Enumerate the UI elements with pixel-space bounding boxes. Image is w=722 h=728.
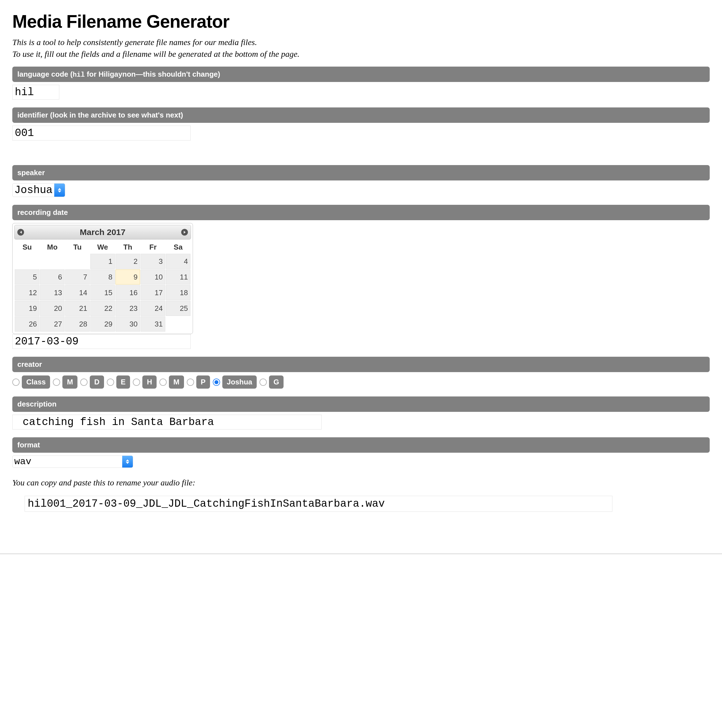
creator-option[interactable]: M xyxy=(53,375,78,388)
datepicker-next-button[interactable] xyxy=(181,229,188,236)
calendar-day[interactable]: 28 xyxy=(65,317,90,332)
section-header-creator: creator xyxy=(12,357,710,372)
section-header-language: language code (hil for Hiligaynon—this s… xyxy=(12,67,710,82)
creator-option[interactable]: Joshua xyxy=(213,375,257,388)
radio-icon xyxy=(12,379,20,386)
calendar-day[interactable]: 25 xyxy=(166,301,191,316)
calendar-day[interactable]: 13 xyxy=(40,285,65,300)
section-header-identifier: identifier (look in the archive to see w… xyxy=(12,107,710,123)
language-label-post: for Hiligaynon—this shouldn't change) xyxy=(85,70,220,78)
calendar-empty-cell xyxy=(166,317,191,332)
creator-option-label: H xyxy=(142,375,157,388)
calendar-day[interactable]: 5 xyxy=(15,269,40,284)
calendar-day[interactable]: 30 xyxy=(116,317,140,332)
calendar-empty-cell xyxy=(65,254,90,269)
datepicker-prev-button[interactable] xyxy=(17,229,24,236)
calendar-day[interactable]: 11 xyxy=(166,269,191,284)
creator-option-label: G xyxy=(269,375,284,388)
calendar-day[interactable]: 4 xyxy=(166,254,191,269)
weekday-header: Th xyxy=(116,241,140,253)
intro-line-2: To use it, fill out the fields and a fil… xyxy=(12,49,710,59)
weekday-header: Fr xyxy=(140,241,165,253)
calendar-day[interactable]: 6 xyxy=(40,269,65,284)
calendar-empty-cell xyxy=(40,254,65,269)
page-title: Media Filename Generator xyxy=(12,11,710,32)
creator-option[interactable]: P xyxy=(187,375,210,388)
creator-option[interactable]: E xyxy=(107,375,130,388)
recording-date-input[interactable] xyxy=(12,334,191,349)
speaker-select[interactable]: Joshua xyxy=(12,183,65,197)
weekday-header: Mo xyxy=(40,241,65,253)
weekday-header: Tu xyxy=(65,241,90,253)
radio-icon xyxy=(159,379,166,386)
section-header-speaker: speaker xyxy=(12,165,710,180)
calendar-day[interactable]: 12 xyxy=(15,285,40,300)
datepicker: March 2017 SuMoTuWeThFrSa 12345678910111… xyxy=(12,223,193,334)
calendar-day[interactable]: 15 xyxy=(90,285,115,300)
identifier-input[interactable] xyxy=(12,125,191,141)
creator-option[interactable]: Class xyxy=(12,375,50,388)
creator-radio-group: ClassMDEHMPJoshuaG xyxy=(12,375,710,388)
calendar-day[interactable]: 2 xyxy=(116,254,140,269)
creator-option[interactable]: M xyxy=(159,375,184,388)
chevron-left-icon xyxy=(20,231,22,234)
weekday-header: Su xyxy=(15,241,40,253)
radio-icon xyxy=(53,379,60,386)
calendar-day[interactable]: 18 xyxy=(166,285,191,300)
creator-option-label: M xyxy=(169,375,184,388)
radio-icon xyxy=(133,379,140,386)
radio-icon xyxy=(213,379,220,386)
calendar-day[interactable]: 27 xyxy=(40,317,65,332)
creator-option-label: M xyxy=(63,375,78,388)
language-label-pre: language code ( xyxy=(17,70,73,78)
calendar-day[interactable]: 17 xyxy=(140,285,165,300)
copy-note: You can copy and paste this to rename yo… xyxy=(12,478,710,487)
creator-option-label: E xyxy=(116,375,130,388)
calendar-day[interactable]: 7 xyxy=(65,269,90,284)
datepicker-table: SuMoTuWeThFrSa 1234567891011121314151617… xyxy=(14,241,191,332)
divider xyxy=(0,554,722,554)
format-select[interactable]: wav xyxy=(12,456,133,468)
radio-icon xyxy=(107,379,114,386)
calendar-day[interactable]: 26 xyxy=(15,317,40,332)
creator-option-label: Class xyxy=(22,375,50,388)
calendar-day[interactable]: 19 xyxy=(15,301,40,316)
calendar-day[interactable]: 10 xyxy=(140,269,165,284)
creator-option[interactable]: D xyxy=(80,375,104,388)
select-arrows-icon xyxy=(122,456,133,468)
speaker-select-value: Joshua xyxy=(12,184,54,197)
chevron-right-icon xyxy=(184,231,186,234)
calendar-day[interactable]: 23 xyxy=(116,301,140,316)
section-header-format: format xyxy=(12,437,710,453)
calendar-day[interactable]: 20 xyxy=(40,301,65,316)
weekday-header: Sa xyxy=(166,241,191,253)
calendar-day[interactable]: 29 xyxy=(90,317,115,332)
calendar-day[interactable]: 3 xyxy=(140,254,165,269)
creator-option-label: Joshua xyxy=(222,375,257,388)
calendar-day[interactable]: 24 xyxy=(140,301,165,316)
calendar-day[interactable]: 22 xyxy=(90,301,115,316)
calendar-day[interactable]: 21 xyxy=(65,301,90,316)
calendar-day[interactable]: 1 xyxy=(90,254,115,269)
creator-option[interactable]: H xyxy=(133,375,157,388)
radio-icon xyxy=(80,379,87,386)
datepicker-title: March 2017 xyxy=(80,228,125,237)
section-header-description: description xyxy=(12,396,710,412)
radio-icon xyxy=(259,379,267,386)
calendar-empty-cell xyxy=(15,254,40,269)
creator-option-label: P xyxy=(196,375,210,388)
intro-line-1: This is a tool to help consistently gene… xyxy=(12,37,710,47)
calendar-day[interactable]: 31 xyxy=(140,317,165,332)
description-input[interactable] xyxy=(12,414,322,430)
format-select-value: wav xyxy=(12,456,122,468)
creator-option[interactable]: G xyxy=(259,375,284,388)
calendar-day[interactable]: 16 xyxy=(116,285,140,300)
result-filename-input[interactable] xyxy=(24,496,612,512)
weekday-header: We xyxy=(90,241,115,253)
calendar-day[interactable]: 8 xyxy=(90,269,115,284)
calendar-day[interactable]: 9 xyxy=(116,269,140,284)
language-label-code: hil xyxy=(73,71,85,79)
language-input[interactable] xyxy=(12,85,59,99)
calendar-day[interactable]: 14 xyxy=(65,285,90,300)
section-header-recording-date: recording date xyxy=(12,205,710,220)
